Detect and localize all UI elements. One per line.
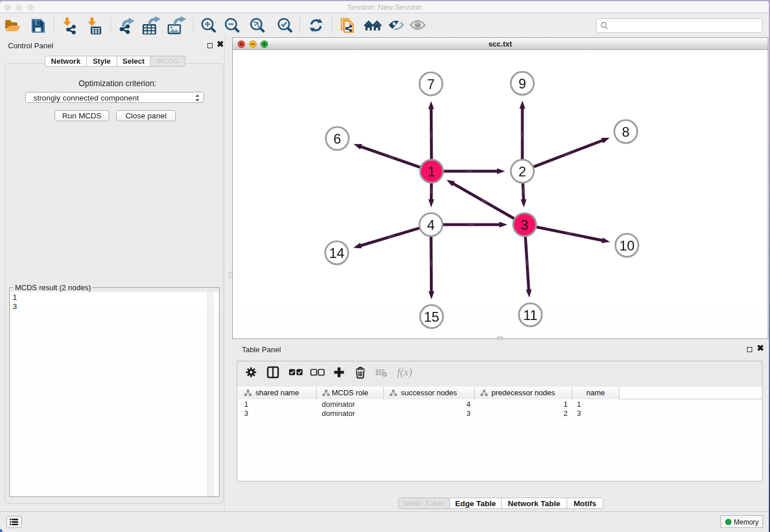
svg-text:6: 6 — [333, 131, 341, 147]
svg-text:11: 11 — [523, 307, 538, 323]
svg-text:4: 4 — [427, 217, 434, 233]
svg-text:7: 7 — [427, 76, 434, 92]
svg-text:f(x): f(x) — [397, 366, 412, 379]
svg-text:15: 15 — [424, 309, 440, 325]
svg-text:8: 8 — [622, 124, 629, 140]
svg-text:1: 1 — [428, 164, 435, 179]
svg-text:10: 10 — [619, 238, 635, 253]
svg-text:3: 3 — [521, 217, 528, 233]
svg-text:14: 14 — [329, 245, 345, 261]
svg-text:2: 2 — [518, 164, 526, 179]
svg-text:9: 9 — [518, 76, 526, 91]
